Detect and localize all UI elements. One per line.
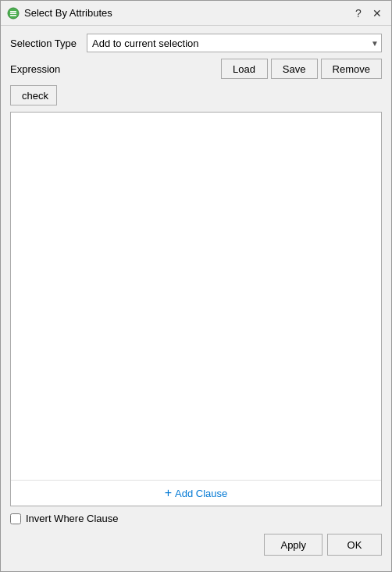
title-bar-text: Select By Attributes	[24, 7, 351, 19]
expression-area[interactable]: + Add Clause	[10, 112, 382, 506]
app-icon	[7, 7, 20, 20]
expression-inner	[11, 113, 381, 480]
add-clause-button[interactable]: + Add Clause	[11, 480, 381, 506]
expression-buttons: Load Save Remove	[221, 59, 382, 79]
check-row: check	[10, 85, 382, 105]
selection-type-row: Selection Type New selection Add to curr…	[10, 34, 382, 52]
invert-label: Invert Where Clause	[26, 513, 119, 524]
select-by-attributes-window: Select By Attributes ? ✕ Selection Type …	[0, 0, 392, 572]
svg-rect-3	[10, 15, 16, 16]
apply-button[interactable]: Apply	[264, 534, 323, 556]
selection-type-dropdown-container: New selection Add to current selection R…	[87, 34, 382, 52]
invert-checkbox[interactable]	[10, 513, 21, 524]
load-button[interactable]: Load	[221, 59, 268, 79]
ok-button[interactable]: OK	[327, 534, 382, 556]
svg-rect-2	[10, 13, 16, 14]
help-button[interactable]: ?	[351, 5, 366, 21]
expression-label: Expression	[10, 63, 80, 75]
remove-button[interactable]: Remove	[321, 59, 382, 79]
title-bar-controls: ? ✕	[351, 5, 385, 21]
title-bar: Select By Attributes ? ✕	[1, 1, 391, 26]
invert-row: Invert Where Clause	[10, 513, 382, 524]
selection-type-select[interactable]: New selection Add to current selection R…	[87, 34, 382, 52]
save-button[interactable]: Save	[271, 59, 318, 79]
main-content: Selection Type New selection Add to curr…	[1, 26, 391, 571]
close-button[interactable]: ✕	[369, 5, 385, 21]
expression-row: Expression Load Save Remove	[10, 59, 382, 79]
add-clause-label: Add Clause	[175, 488, 227, 499]
selection-type-label: Selection Type	[10, 38, 80, 49]
bottom-section: Invert Where Clause Apply OK	[10, 513, 382, 563]
action-buttons: Apply OK	[10, 534, 382, 556]
check-button[interactable]: check	[10, 85, 57, 105]
svg-rect-1	[10, 11, 16, 13]
add-clause-plus-icon: +	[165, 487, 172, 499]
